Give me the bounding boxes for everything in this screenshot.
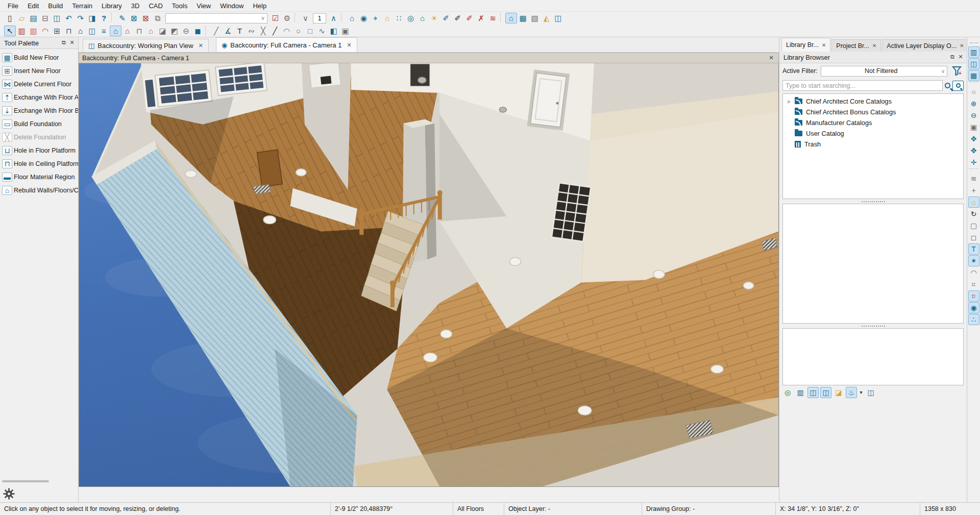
contract-view-icon[interactable]: ✥ [968, 145, 979, 156]
3d-viewport-scene[interactable] [79, 63, 778, 486]
render-style-icon[interactable]: ◪ [833, 387, 844, 398]
import-plan-icon[interactable]: ⊠ [128, 13, 140, 23]
top-panel-toggle-icon[interactable]: ◫ [807, 387, 819, 398]
zoom-in-icon[interactable]: ⊕ [968, 98, 979, 109]
pane-layout-icon[interactable]: ◫ [552, 13, 564, 23]
cabinet-tools-icon[interactable]: ▦ [517, 13, 529, 23]
layout-sheet-icon[interactable]: ◫ [865, 387, 876, 398]
mouse-orbit-icon[interactable]: ⌖ [370, 13, 381, 23]
final-view-icon[interactable]: ◎ [405, 13, 416, 23]
door-icon[interactable]: ⊓ [63, 26, 75, 36]
spray-icon[interactable]: ✐ [440, 13, 452, 23]
tree-item-trash[interactable]: Trash [783, 139, 963, 150]
reference-display-icon[interactable]: ⌂ [968, 197, 979, 208]
arc-icon[interactable]: ◠ [281, 26, 292, 36]
grid-snap-icon[interactable]: ⌗ [968, 290, 979, 302]
tree-item-user-catalog[interactable]: User Catalog [783, 128, 963, 139]
soffit-icon[interactable]: ⊖ [180, 26, 192, 36]
bottom-panel-toggle-icon[interactable]: ◫ [820, 387, 831, 398]
tab-working-plan-view[interactable]: ◫ Backcountry: Working Plan View ✕ [83, 39, 209, 52]
status-floors[interactable]: All Floors [453, 503, 504, 515]
full-camera-icon[interactable]: ⌂ [346, 13, 358, 23]
export-plan-icon[interactable]: ⊠ [140, 13, 152, 23]
tree-item-bonus-catalogs[interactable]: Chief Architect Bonus Catalogs [783, 107, 963, 117]
snap-points-icon[interactable]: ✶ [968, 255, 979, 266]
layer-set-icon[interactable]: ≋ [968, 173, 979, 184]
color-chooser-icon[interactable]: ✐ [452, 13, 463, 23]
temp-dimensions-icon[interactable]: T [968, 243, 979, 255]
palette-item-build-new-floor[interactable]: ▦ Build New Floor [0, 51, 78, 64]
wall-icon[interactable]: ▥ [16, 26, 28, 36]
menu-item[interactable]: 3D [127, 1, 144, 11]
fill-window-icon[interactable]: ▣ [968, 121, 979, 133]
expander-icon[interactable]: > [786, 99, 791, 105]
zoom-out-icon[interactable]: ⊖ [968, 110, 979, 121]
toolbar-combobox[interactable]: ∨ [165, 13, 267, 23]
menu-item[interactable]: Terrain [67, 1, 97, 11]
layer-display-toggle-icon[interactable]: ▦ [968, 70, 979, 81]
preview-search-icon[interactable]: ◎ [782, 387, 793, 398]
box-tool-icon[interactable]: ◼ [192, 26, 204, 36]
dollhouse-view-icon[interactable]: ⌂ [416, 13, 428, 23]
palette-item-delete-current-floor[interactable]: ⋈ Delete Current Floor [0, 78, 78, 91]
floor-up-icon[interactable]: ∧ [328, 13, 339, 23]
close-icon[interactable]: ✕ [767, 54, 775, 62]
doorway-icon[interactable]: ⌂ [75, 26, 86, 36]
edit-camera-icon[interactable]: ⌂ [381, 13, 393, 23]
project-browser-toggle-icon[interactable]: ◫ [968, 58, 979, 69]
effects-icon[interactable]: ◭ [541, 13, 552, 23]
render-camera-icon[interactable]: ◉ [358, 13, 370, 23]
framing-icon[interactable]: ⌂ [145, 26, 157, 36]
edit-area-icon[interactable]: ✎ [116, 13, 128, 23]
selected-object-zoom-icon[interactable]: ○ [968, 86, 979, 97]
palette-h-scrollbar[interactable] [2, 480, 76, 483]
menu-item[interactable]: Build [43, 1, 67, 11]
search-icon[interactable] [945, 83, 950, 88]
railing-icon[interactable]: ▥ [28, 26, 39, 36]
menu-item[interactable]: Window [215, 1, 248, 11]
grid-display-icon[interactable]: ⌗ [968, 279, 979, 290]
current-floor-field[interactable]: 1 [313, 13, 326, 23]
picture-icon[interactable]: ▧ [529, 13, 541, 23]
delete-3d-icon[interactable]: ✗ [475, 13, 487, 23]
menu-item[interactable]: Tools [167, 1, 192, 11]
active-filter-select[interactable]: Not Filtered ∨ [821, 66, 947, 77]
floor-down-icon[interactable]: ∨ [300, 13, 311, 23]
crosshair-icon[interactable]: + [968, 185, 979, 196]
niche-icon[interactable]: ⊓ [133, 26, 145, 36]
link-icon[interactable]: ⧉ [152, 13, 163, 23]
close-icon[interactable]: ✕ [872, 43, 876, 48]
dropdown-arrow-icon[interactable]: ▾ [859, 387, 864, 398]
palette-item-exchange-floor-below[interactable]: ⇣ Exchange With Floor Below [0, 104, 78, 117]
print-preview-icon[interactable]: ◫ [51, 13, 63, 23]
float-panel-icon[interactable]: ⧉ [60, 39, 68, 47]
close-icon[interactable]: ✕ [68, 39, 76, 47]
redo-icon[interactable]: ↷ [75, 13, 86, 23]
text-icon[interactable]: T [234, 26, 246, 36]
close-icon[interactable]: ✕ [822, 42, 826, 48]
palette-item-hole-ceiling-platform[interactable]: ⊓ Hole in Ceiling Platform [0, 157, 78, 170]
library-search-input[interactable] [782, 80, 943, 91]
default-sets-icon[interactable]: ☑ [270, 13, 281, 23]
adjust-material-icon[interactable]: ✐ [463, 13, 475, 23]
search-in-folder-icon[interactable] [952, 81, 964, 91]
layout-page-icon[interactable]: ◨ [86, 13, 98, 23]
refresh-display-icon[interactable]: ↻ [968, 208, 979, 219]
help-icon[interactable]: ? [98, 13, 110, 23]
menu-item[interactable]: Library [97, 1, 127, 11]
select-objects-icon[interactable]: ↖ [4, 26, 16, 36]
frame-icon[interactable]: ▢ [968, 220, 979, 231]
palette-item-insert-new-floor[interactable]: ⊞ Insert New Floor [0, 64, 78, 78]
preferences-icon[interactable]: ⚙ [281, 13, 293, 23]
menu-item[interactable]: Edit [23, 1, 43, 11]
palette-item-exchange-floor-above[interactable]: ⇡ Exchange With Floor Above [0, 91, 78, 104]
arc-centers-icon[interactable]: ◠ [968, 267, 979, 278]
close-icon[interactable]: ✕ [347, 42, 351, 48]
walkthrough-icon[interactable]: ∷ [393, 13, 405, 23]
menu-item[interactable]: View [192, 1, 215, 11]
dimension-icon[interactable]: ╱ [210, 26, 222, 36]
object-snap-icon[interactable]: ◉ [968, 302, 979, 313]
teapot-preview-icon[interactable]: ♨ [846, 387, 857, 398]
undo-icon[interactable]: ↶ [63, 13, 75, 23]
camera-3d-viewport[interactable] [79, 63, 779, 487]
